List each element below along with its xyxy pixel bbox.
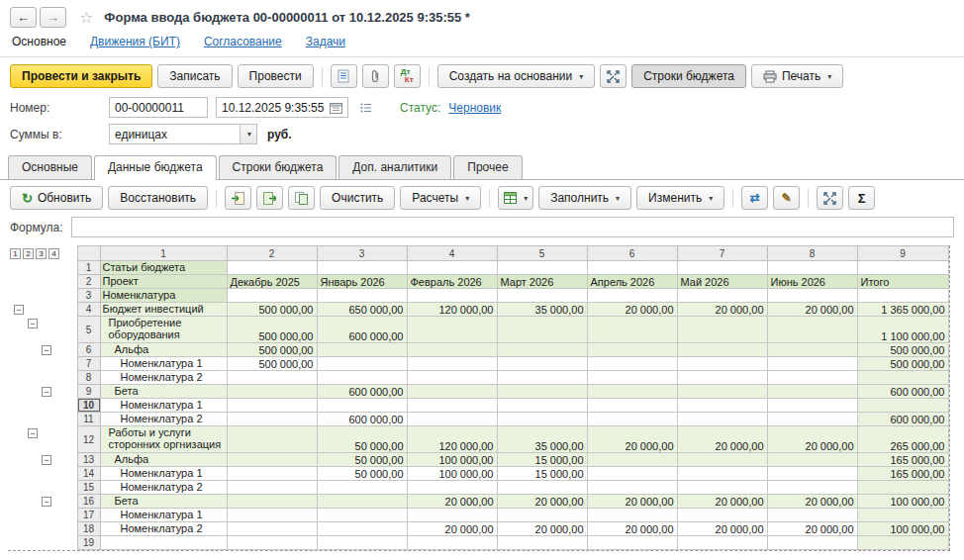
tab-extra-analytics[interactable]: Доп. аналитики bbox=[338, 155, 451, 179]
amount-cell[interactable] bbox=[497, 317, 587, 343]
nav-item-main[interactable]: Основное bbox=[12, 35, 66, 48]
amount-cell[interactable] bbox=[317, 522, 407, 536]
post-and-close-button[interactable]: Провести и закрыть bbox=[10, 64, 152, 88]
column-header[interactable]: 1 bbox=[100, 246, 227, 261]
amount-cell[interactable] bbox=[857, 399, 948, 413]
collapse-group-button[interactable]: − bbox=[28, 319, 38, 328]
amount-cell[interactable] bbox=[227, 399, 317, 413]
amount-cell[interactable] bbox=[317, 289, 407, 303]
amount-cell[interactable]: 600 000,00 bbox=[857, 385, 948, 399]
budget-item-cell[interactable]: Бета bbox=[100, 385, 227, 399]
column-header[interactable]: 4 bbox=[407, 246, 497, 261]
attachments-button[interactable] bbox=[362, 64, 389, 88]
column-header[interactable]: 6 bbox=[587, 246, 677, 261]
row-number[interactable]: 1 bbox=[77, 261, 100, 275]
collapse-group-button[interactable]: − bbox=[28, 428, 38, 438]
amount-cell[interactable] bbox=[767, 343, 857, 357]
amount-cell[interactable] bbox=[227, 467, 317, 481]
amount-cell[interactable] bbox=[407, 385, 497, 399]
amount-cell[interactable]: 1 365 000,00 bbox=[857, 303, 948, 317]
amount-cell[interactable] bbox=[767, 289, 857, 303]
amount-cell[interactable] bbox=[677, 399, 767, 413]
dropdown-button[interactable]: ▾ bbox=[240, 125, 256, 143]
amount-cell[interactable]: 100 000,00 bbox=[407, 467, 497, 481]
budget-item-cell[interactable]: Номенклатура 2 bbox=[100, 371, 227, 385]
column-header[interactable]: 9 bbox=[857, 246, 948, 261]
change-button[interactable]: Изменить▾ bbox=[636, 186, 724, 210]
create-based-on-button[interactable]: Создать на основании▾ bbox=[437, 64, 596, 88]
collapse-group-button[interactable]: − bbox=[14, 305, 24, 315]
amount-cell[interactable]: 100 000,00 bbox=[407, 453, 497, 467]
budget-item-cell[interactable]: Проект bbox=[100, 275, 227, 289]
budget-item-cell[interactable]: Номенклатура 2 bbox=[100, 522, 227, 536]
amount-cell[interactable] bbox=[227, 495, 317, 509]
amount-cell[interactable] bbox=[227, 536, 317, 550]
amount-cell[interactable] bbox=[587, 385, 677, 399]
column-header[interactable]: 3 bbox=[317, 246, 407, 261]
amount-cell[interactable]: 20 000,00 bbox=[767, 426, 857, 453]
amount-cell[interactable] bbox=[587, 536, 677, 550]
amount-cell[interactable]: 100 000,00 bbox=[857, 495, 948, 509]
amount-cell[interactable] bbox=[407, 261, 497, 275]
amount-cell[interactable]: 35 000,00 bbox=[497, 303, 587, 317]
amount-cell[interactable]: 165 000,00 bbox=[857, 467, 948, 481]
amount-cell[interactable]: 500 000,00 bbox=[227, 343, 317, 357]
amount-cell[interactable] bbox=[587, 399, 677, 413]
month-header-cell[interactable]: Февраль 2026 bbox=[407, 275, 497, 289]
date-input[interactable]: 10.12.2025 9:35:55 bbox=[216, 97, 348, 118]
amount-cell[interactable]: 20 000,00 bbox=[677, 303, 767, 317]
amount-cell[interactable] bbox=[227, 426, 317, 453]
amount-cell[interactable] bbox=[407, 399, 497, 413]
calendar-icon[interactable] bbox=[330, 102, 342, 114]
row-number[interactable]: 4 bbox=[77, 303, 100, 317]
amount-cell[interactable] bbox=[677, 481, 767, 495]
row-number[interactable]: 7 bbox=[77, 357, 100, 371]
amount-cell[interactable] bbox=[677, 509, 767, 522]
amount-cell[interactable]: 50 000,00 bbox=[317, 467, 407, 481]
amount-cell[interactable] bbox=[767, 413, 857, 426]
calculations-button[interactable]: Расчеты▾ bbox=[400, 186, 481, 210]
amount-cell[interactable]: 20 000,00 bbox=[407, 495, 497, 509]
copy-sheet-button[interactable] bbox=[288, 186, 315, 210]
row-number[interactable]: 3 bbox=[77, 289, 100, 303]
amount-cell[interactable]: 20 000,00 bbox=[497, 495, 587, 509]
amount-cell[interactable] bbox=[497, 371, 587, 385]
month-header-cell[interactable]: Январь 2026 bbox=[317, 275, 407, 289]
amount-cell[interactable]: 20 000,00 bbox=[497, 522, 587, 536]
amount-cell[interactable] bbox=[407, 317, 497, 343]
units-select[interactable]: единицах ▾ bbox=[109, 124, 257, 144]
tab-main[interactable]: Основные bbox=[8, 155, 92, 179]
amount-cell[interactable] bbox=[767, 357, 857, 371]
amount-cell[interactable] bbox=[767, 536, 857, 550]
favorite-star-icon[interactable]: ☆ bbox=[79, 8, 93, 27]
amount-cell[interactable] bbox=[317, 399, 407, 413]
amount-cell[interactable] bbox=[677, 413, 767, 426]
amount-cell[interactable]: 20 000,00 bbox=[677, 495, 767, 509]
budget-item-cell[interactable]: Номенклатура 1 bbox=[100, 357, 227, 371]
amount-cell[interactable]: 35 000,00 bbox=[497, 426, 587, 453]
group-level-button[interactable]: 3 bbox=[36, 248, 47, 259]
amount-cell[interactable]: 120 000,00 bbox=[407, 303, 497, 317]
collapse-group-button[interactable]: − bbox=[42, 387, 51, 397]
amount-cell[interactable] bbox=[767, 399, 857, 413]
print-button[interactable]: Печать▾ bbox=[751, 64, 843, 88]
row-number[interactable]: 11 bbox=[77, 413, 100, 426]
budget-item-cell[interactable]: Приобретение оборудования bbox=[100, 317, 227, 343]
amount-cell[interactable] bbox=[497, 413, 587, 426]
group-level-button[interactable]: 1 bbox=[10, 248, 21, 259]
amount-cell[interactable] bbox=[317, 536, 407, 550]
amount-cell[interactable]: 100 000,00 bbox=[857, 522, 948, 536]
amount-cell[interactable] bbox=[587, 467, 677, 481]
row-number[interactable]: 13 bbox=[77, 453, 100, 467]
amount-cell[interactable] bbox=[497, 289, 587, 303]
amount-cell[interactable]: 500 000,00 bbox=[857, 357, 948, 371]
amount-cell[interactable]: 20 000,00 bbox=[767, 303, 857, 317]
amount-cell[interactable]: 15 000,00 bbox=[497, 453, 587, 467]
amount-cell[interactable] bbox=[767, 317, 857, 343]
column-header[interactable]: 7 bbox=[677, 246, 767, 261]
amount-cell[interactable]: 500 000,00 bbox=[857, 343, 948, 357]
tab-budget-data[interactable]: Данные бюджета bbox=[94, 155, 217, 180]
amount-cell[interactable]: 165 000,00 bbox=[857, 453, 948, 467]
amount-cell[interactable] bbox=[317, 357, 407, 371]
column-header[interactable]: 8 bbox=[767, 246, 857, 261]
